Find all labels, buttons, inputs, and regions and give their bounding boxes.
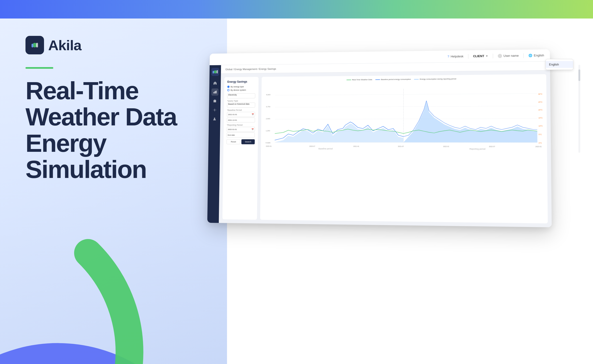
legend-baseline: Baseline period energy consumption	[375, 78, 411, 81]
user-item[interactable]: User name	[498, 53, 519, 58]
svg-rect-9	[213, 100, 216, 103]
svg-marker-32	[275, 123, 404, 142]
scrollbar-thumb[interactable]	[578, 69, 580, 81]
baseline-period-label: *Baseline Period	[227, 109, 255, 111]
svg-text:25°C: 25°C	[538, 101, 542, 103]
svg-rect-11	[215, 101, 215, 102]
action-buttons: Reset Search	[227, 139, 255, 144]
header-divider-2	[493, 54, 493, 58]
sidebar-logo	[211, 68, 219, 76]
svg-text:2,500: 2,500	[266, 118, 270, 120]
client-item[interactable]: CLIENT ▼	[473, 54, 488, 58]
legend-color-baseline	[375, 79, 380, 80]
calendar-icon: 📅	[252, 113, 254, 116]
svg-rect-7	[215, 91, 215, 93]
svg-point-3	[213, 70, 217, 74]
headline-text: Real-Time Weather Data Energy Simulation	[26, 78, 177, 182]
helpdesk-item: ? Helpdesk	[447, 55, 464, 58]
svg-point-12	[214, 110, 215, 110]
svg-text:10°C: 10°C	[539, 125, 543, 127]
sidebar-item-chart[interactable]	[212, 88, 219, 96]
language-item[interactable]: 🌐 English	[529, 53, 544, 57]
radio-by-energy[interactable]: By energy type	[227, 85, 255, 88]
reporting-period-label: *Reporting Period	[227, 124, 255, 126]
green-accent-line	[26, 67, 53, 69]
svg-rect-2	[36, 43, 38, 47]
sidebar-item-user[interactable]	[211, 116, 218, 123]
svg-text:20°C: 20°C	[538, 109, 542, 111]
svg-rect-10	[214, 101, 214, 102]
calendar-icon-2: 📅	[252, 128, 254, 130]
language-label: English	[534, 53, 544, 57]
legend-color-weather	[346, 80, 351, 80]
client-label: CLIENT	[473, 54, 484, 58]
svg-rect-1	[32, 44, 33, 47]
svg-text:5,000: 5,000	[266, 94, 271, 96]
svg-text:5°C: 5°C	[539, 134, 542, 136]
svg-text:5 kWh: 5 kWh	[266, 142, 271, 144]
reporting-period-label-chart: Reporting period	[470, 148, 486, 150]
dashboard-body: Global / Energy Management / Energy Savi…	[207, 62, 552, 228]
sidebar-item-building[interactable]	[211, 98, 219, 104]
username-label: User name	[503, 54, 519, 58]
dashboard-main: Global / Energy Management / Energy Savi…	[219, 62, 552, 228]
svg-line-28	[275, 118, 537, 119]
query-type-label: *Query Type	[227, 100, 255, 102]
header-divider-1	[468, 54, 468, 58]
chart-period-labels: Baseline period Reporting period	[264, 147, 544, 150]
search-button[interactable]: Search	[241, 139, 255, 144]
top-gradient-bar	[0, 0, 593, 19]
radio-dot-energy	[227, 86, 230, 88]
helpdesk-label: Helpdesk	[451, 55, 463, 58]
legend-label-baseline: Baseline period energy consumption	[381, 78, 411, 81]
donut-decoration	[0, 202, 162, 364]
sidebar-item-settings[interactable]	[211, 106, 218, 114]
baseline-start-date[interactable]: 2021-01-01 📅	[227, 112, 255, 117]
legend-label-reporting: Energy consumption during reporting peri…	[420, 78, 456, 80]
svg-rect-4	[213, 71, 214, 74]
legend-label-weather: Real-Time Weather Data	[352, 78, 372, 81]
helpdesk-icon: ?	[447, 55, 449, 58]
chart-legend: Real-Time Weather Data Baseline period e…	[264, 77, 543, 82]
radio-group-energy: By energy type By device system	[227, 85, 255, 91]
chart-x-labels: 2020-01 2020-07 2021-01 2021-07 2022-01 …	[264, 145, 544, 147]
filter-panel: Energy Savings By energy type By device …	[222, 77, 259, 220]
reset-button[interactable]: Reset	[227, 139, 240, 144]
sidebar-item-home[interactable]	[212, 79, 219, 86]
svg-text:0°C: 0°C	[539, 142, 542, 144]
svg-text:30°C: 30°C	[538, 93, 542, 95]
panel-title: Energy Savings	[227, 80, 255, 84]
radio-by-device[interactable]: By device system	[227, 89, 255, 91]
chevron-down-icon: ▼	[486, 55, 488, 57]
dashboard-mockup: ? Helpdesk CLIENT ▼ User name 🌐 English	[207, 49, 552, 227]
language-dropdown[interactable]: English	[546, 59, 573, 70]
reporting-start-date[interactable]: 2022-01-01 📅	[227, 127, 255, 132]
header-divider-3	[524, 53, 524, 58]
breadcrumb-path: Global / Energy Management / Energy Savi…	[225, 67, 276, 71]
legend-reporting: Energy consumption during reporting peri…	[414, 78, 456, 80]
legend-color-reporting	[414, 79, 419, 79]
logo-area: Akila	[26, 36, 81, 54]
svg-text:1,250: 1,250	[266, 130, 270, 132]
svg-rect-8	[216, 91, 217, 93]
query-type-select[interactable]: Based on historical data	[227, 103, 255, 108]
content-area: Energy Savings By energy type By device …	[219, 70, 552, 227]
svg-rect-6	[213, 92, 214, 93]
svg-marker-33	[404, 102, 537, 143]
svg-line-26	[275, 93, 537, 95]
reporting-end-date[interactable]: End date	[227, 132, 255, 137]
user-icon	[498, 54, 502, 58]
chart-svg-container: 5 kWh 1,250 2,500 3,750 5,000 0°C 5°C 10…	[264, 81, 544, 145]
legend-weather: Real-Time Weather Data	[346, 78, 372, 81]
svg-rect-5	[217, 70, 218, 74]
energy-type-select[interactable]: Electricity	[227, 93, 255, 98]
svg-text:3,750: 3,750	[266, 106, 270, 108]
energy-chart: 5 kWh 1,250 2,500 3,750 5,000 0°C 5°C 10…	[264, 81, 544, 145]
main-headline: Real-Time Weather Data Energy Simulation	[26, 78, 177, 182]
right-scrollbar[interactable]	[578, 65, 580, 153]
logo-text: Akila	[48, 37, 81, 53]
lang-english[interactable]: English	[546, 61, 573, 68]
chart-area: Real-Time Weather Data Baseline period e…	[260, 74, 548, 224]
baseline-end-date[interactable]: 2021-12-01	[227, 117, 255, 123]
baseline-period-label-chart: Baseline period	[319, 148, 333, 150]
